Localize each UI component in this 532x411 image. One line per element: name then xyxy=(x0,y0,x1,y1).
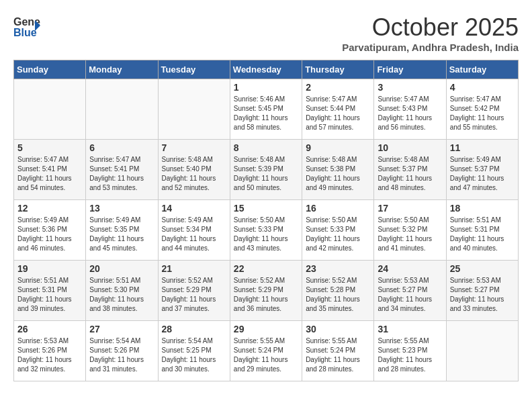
calendar-cell: 2Sunrise: 5:47 AM Sunset: 5:44 PM Daylig… xyxy=(302,79,374,140)
calendar-week-3: 19Sunrise: 5:51 AM Sunset: 5:31 PM Dayli… xyxy=(14,261,519,321)
day-info: Sunrise: 5:47 AM Sunset: 5:41 PM Dayligh… xyxy=(89,155,154,193)
day-number: 14 xyxy=(162,203,226,214)
calendar-cell xyxy=(446,321,518,381)
day-number: 18 xyxy=(450,203,515,214)
day-info: Sunrise: 5:49 AM Sunset: 5:35 PM Dayligh… xyxy=(89,216,154,253)
calendar-cell: 22Sunrise: 5:52 AM Sunset: 5:29 PM Dayli… xyxy=(230,261,302,321)
day-info: Sunrise: 5:49 AM Sunset: 5:34 PM Dayligh… xyxy=(162,216,226,253)
day-number: 16 xyxy=(306,203,370,214)
day-number: 21 xyxy=(162,263,226,274)
calendar-cell: 29Sunrise: 5:55 AM Sunset: 5:24 PM Dayli… xyxy=(230,321,302,381)
logo: General Blue xyxy=(13,13,40,38)
day-number: 12 xyxy=(17,203,82,214)
day-info: Sunrise: 5:55 AM Sunset: 5:23 PM Dayligh… xyxy=(378,336,442,374)
day-info: Sunrise: 5:49 AM Sunset: 5:37 PM Dayligh… xyxy=(450,155,515,193)
calendar-cell: 14Sunrise: 5:49 AM Sunset: 5:34 PM Dayli… xyxy=(158,200,230,261)
day-number: 8 xyxy=(234,142,298,153)
calendar-cell: 1Sunrise: 5:46 AM Sunset: 5:45 PM Daylig… xyxy=(230,79,302,140)
day-info: Sunrise: 5:53 AM Sunset: 5:27 PM Dayligh… xyxy=(378,276,442,314)
calendar-cell: 5Sunrise: 5:47 AM Sunset: 5:41 PM Daylig… xyxy=(14,140,86,200)
day-info: Sunrise: 5:47 AM Sunset: 5:43 PM Dayligh… xyxy=(378,95,442,132)
calendar-week-4: 26Sunrise: 5:53 AM Sunset: 5:26 PM Dayli… xyxy=(14,321,519,381)
day-info: Sunrise: 5:47 AM Sunset: 5:44 PM Dayligh… xyxy=(306,95,370,132)
day-info: Sunrise: 5:48 AM Sunset: 5:37 PM Dayligh… xyxy=(378,155,442,193)
day-number: 24 xyxy=(378,263,442,274)
day-number: 23 xyxy=(306,263,370,274)
day-number: 19 xyxy=(17,263,82,274)
calendar-cell: 20Sunrise: 5:51 AM Sunset: 5:30 PM Dayli… xyxy=(86,261,158,321)
day-info: Sunrise: 5:53 AM Sunset: 5:26 PM Dayligh… xyxy=(17,336,82,374)
day-info: Sunrise: 5:52 AM Sunset: 5:29 PM Dayligh… xyxy=(162,276,226,314)
calendar-cell: 17Sunrise: 5:50 AM Sunset: 5:32 PM Dayli… xyxy=(374,200,446,261)
day-info: Sunrise: 5:47 AM Sunset: 5:42 PM Dayligh… xyxy=(450,95,515,132)
calendar-cell: 18Sunrise: 5:51 AM Sunset: 5:31 PM Dayli… xyxy=(446,200,518,261)
calendar-cell xyxy=(14,79,86,140)
day-number: 20 xyxy=(89,263,154,274)
calendar-cell: 9Sunrise: 5:48 AM Sunset: 5:38 PM Daylig… xyxy=(302,140,374,200)
calendar-cell: 8Sunrise: 5:48 AM Sunset: 5:39 PM Daylig… xyxy=(230,140,302,200)
calendar-cell: 11Sunrise: 5:49 AM Sunset: 5:37 PM Dayli… xyxy=(446,140,518,200)
day-number: 2 xyxy=(306,82,370,93)
calendar-cell: 4Sunrise: 5:47 AM Sunset: 5:42 PM Daylig… xyxy=(446,79,518,140)
day-number: 4 xyxy=(450,82,515,93)
day-number: 25 xyxy=(450,263,515,274)
day-info: Sunrise: 5:55 AM Sunset: 5:24 PM Dayligh… xyxy=(234,336,298,374)
calendar-cell: 24Sunrise: 5:53 AM Sunset: 5:27 PM Dayli… xyxy=(374,261,446,321)
day-number: 7 xyxy=(162,142,226,153)
day-number: 15 xyxy=(234,203,298,214)
calendar-cell: 27Sunrise: 5:54 AM Sunset: 5:26 PM Dayli… xyxy=(86,321,158,381)
calendar-cell: 3Sunrise: 5:47 AM Sunset: 5:43 PM Daylig… xyxy=(374,79,446,140)
day-info: Sunrise: 5:52 AM Sunset: 5:29 PM Dayligh… xyxy=(234,276,298,314)
day-info: Sunrise: 5:48 AM Sunset: 5:40 PM Dayligh… xyxy=(162,155,226,193)
calendar-cell: 10Sunrise: 5:48 AM Sunset: 5:37 PM Dayli… xyxy=(374,140,446,200)
day-number: 17 xyxy=(378,203,442,214)
weekday-saturday: Saturday xyxy=(446,60,518,79)
calendar-cell: 13Sunrise: 5:49 AM Sunset: 5:35 PM Dayli… xyxy=(86,200,158,261)
day-number: 31 xyxy=(378,324,442,334)
calendar-cell: 28Sunrise: 5:54 AM Sunset: 5:25 PM Dayli… xyxy=(158,321,230,381)
calendar-week-1: 5Sunrise: 5:47 AM Sunset: 5:41 PM Daylig… xyxy=(14,140,519,200)
day-info: Sunrise: 5:50 AM Sunset: 5:33 PM Dayligh… xyxy=(234,216,298,253)
calendar-cell: 6Sunrise: 5:47 AM Sunset: 5:41 PM Daylig… xyxy=(86,140,158,200)
calendar-cell: 7Sunrise: 5:48 AM Sunset: 5:40 PM Daylig… xyxy=(158,140,230,200)
calendar-cell: 31Sunrise: 5:55 AM Sunset: 5:23 PM Dayli… xyxy=(374,321,446,381)
weekday-sunday: Sunday xyxy=(14,60,86,79)
day-number: 5 xyxy=(17,142,82,153)
logo-icon: General Blue xyxy=(13,13,40,38)
calendar-cell: 15Sunrise: 5:50 AM Sunset: 5:33 PM Dayli… xyxy=(230,200,302,261)
weekday-tuesday: Tuesday xyxy=(158,60,230,79)
day-number: 30 xyxy=(306,324,370,334)
day-number: 27 xyxy=(89,324,154,334)
day-info: Sunrise: 5:52 AM Sunset: 5:28 PM Dayligh… xyxy=(306,276,370,314)
day-number: 29 xyxy=(234,324,298,334)
day-number: 28 xyxy=(162,324,226,334)
day-number: 9 xyxy=(306,142,370,153)
calendar-cell: 25Sunrise: 5:53 AM Sunset: 5:27 PM Dayli… xyxy=(446,261,518,321)
day-number: 3 xyxy=(378,82,442,93)
day-info: Sunrise: 5:55 AM Sunset: 5:24 PM Dayligh… xyxy=(306,336,370,374)
calendar-cell: 12Sunrise: 5:49 AM Sunset: 5:36 PM Dayli… xyxy=(14,200,86,261)
calendar-body: 1Sunrise: 5:46 AM Sunset: 5:45 PM Daylig… xyxy=(14,79,519,381)
day-info: Sunrise: 5:54 AM Sunset: 5:25 PM Dayligh… xyxy=(162,336,226,374)
day-number: 6 xyxy=(89,142,154,153)
day-info: Sunrise: 5:51 AM Sunset: 5:31 PM Dayligh… xyxy=(17,276,82,314)
calendar-cell xyxy=(158,79,230,140)
day-info: Sunrise: 5:48 AM Sunset: 5:39 PM Dayligh… xyxy=(234,155,298,193)
month-title: October 2025 xyxy=(342,13,519,42)
calendar-cell: 16Sunrise: 5:50 AM Sunset: 5:33 PM Dayli… xyxy=(302,200,374,261)
day-info: Sunrise: 5:54 AM Sunset: 5:26 PM Dayligh… xyxy=(89,336,154,374)
weekday-monday: Monday xyxy=(86,60,158,79)
day-info: Sunrise: 5:49 AM Sunset: 5:36 PM Dayligh… xyxy=(17,216,82,253)
calendar-cell: 30Sunrise: 5:55 AM Sunset: 5:24 PM Dayli… xyxy=(302,321,374,381)
weekday-friday: Friday xyxy=(374,60,446,79)
location: Parvatipuram, Andhra Pradesh, India xyxy=(342,42,519,53)
day-info: Sunrise: 5:47 AM Sunset: 5:41 PM Dayligh… xyxy=(17,155,82,193)
day-info: Sunrise: 5:53 AM Sunset: 5:27 PM Dayligh… xyxy=(450,276,515,314)
day-number: 22 xyxy=(234,263,298,274)
calendar-cell xyxy=(86,79,158,140)
weekday-wednesday: Wednesday xyxy=(230,60,302,79)
day-number: 26 xyxy=(17,324,82,334)
calendar-cell: 21Sunrise: 5:52 AM Sunset: 5:29 PM Dayli… xyxy=(158,261,230,321)
day-number: 1 xyxy=(234,82,298,93)
calendar-week-0: 1Sunrise: 5:46 AM Sunset: 5:45 PM Daylig… xyxy=(14,79,519,140)
